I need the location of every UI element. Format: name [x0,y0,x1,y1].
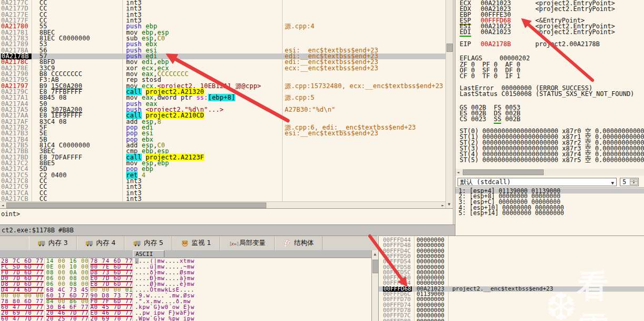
tab-局部变量[interactable]: [x=]局部变量 [220,236,275,250]
column-separator [132,258,133,321]
disasm-instruction: int3 [126,196,282,201]
disasm-instruction: pop ebp [126,166,282,172]
flags-line[interactable]: CF 0 TF 0 IF 1 [460,73,521,79]
disasm-row[interactable]: 0A21790B8 CCCCCCCCmov eax,CCCCCCCC [0,71,445,77]
scroll-left-icon[interactable]: ◄ [1,203,5,208]
status-bar: ct2.exe:$1178B #B8B [0,224,455,236]
disasm-row[interactable]: 0A2177FCCint3 [0,18,445,24]
disasm-row[interactable]: 0A217C9CCint3 [0,184,445,190]
disasm-row[interactable]: 0A2178055push ebp源.cpp:4 [0,24,445,29]
disasm-comment: 源.cpp:4 [285,24,442,29]
disasm-row[interactable]: 0A2177ECCint3 [0,12,445,18]
disasm-comment [285,143,442,148]
dump-bytes: 20 69 70 77 [90,316,133,321]
args-list[interactable]: 1: [esp+4] 01139000 011390002: [esp+8] 0… [455,187,644,219]
tab-label: 内存 4 [96,239,116,248]
disasm-row[interactable]: 0A2178381EC C0000000sub esp,C0 [0,36,445,41]
disasm-row[interactable]: 0A2178B57push ediedi:__enc$textbss$end+2… [0,54,445,59]
disasm-row[interactable]: 0A217B25Fpop edi源.cpp:6, edi:__enc$textb… [0,125,445,131]
tab-label: 结构体 [294,239,314,248]
st-register-row[interactable]: ST(5) 00000000000000000000 x87r5 空 0.000… [460,157,644,163]
dump-vscrollbar[interactable]: ▲ [371,250,379,321]
last-status-row[interactable]: LastStatus C0150008 (STATUS_SXS_KEY_NOT_… [460,91,634,97]
disasm-comment [285,155,442,160]
tab-内存-3[interactable]: 内存 3 [29,236,77,250]
disasm-instruction: int3 [126,190,282,196]
stack-row[interactable]: 00FFFD8000000000 [379,319,644,321]
column-separator [448,236,449,321]
disasm-row[interactable]: 0A2178C8BFDmov edi,ebpedi:__enc$textbss$… [0,59,445,65]
disasm-row[interactable]: 0A217C28BE5mov esp,ebp [0,160,445,166]
scroll-left-icon[interactable]: ◄ [456,170,460,175]
dump-header: ASCII [0,250,371,258]
calling-convention-value: 默认 (stdcall) [460,178,511,186]
stack-value: 00000000 [417,319,444,321]
spinner-down-icon[interactable]: ▼ [630,181,638,185]
disasm-comment [285,173,442,178]
disasm-comment [285,190,442,196]
disasm-row[interactable]: 0A217A18B45 08mov eax,dword ptr ss:[ebp+… [0,95,445,101]
stack-address: 00FFFD80 [383,319,411,321]
info-pane: oint> [0,208,453,224]
stack-panel[interactable]: 00FFFD440000000000FFFD480000000000FFFD4C… [378,236,644,321]
disasm-vscrollbar[interactable]: ▼ [445,0,453,208]
scroll-up-icon[interactable]: ▲ [373,252,377,257]
memory-icon [38,240,45,247]
disasm-bytes: C2 0400 [39,173,122,178]
column-separator [88,258,89,321]
stack-arg-row[interactable]: 5: [esp+14] 00000000 00000000 [455,210,644,216]
disasm-row[interactable]: 0A217AAE8 1EF9FFFFcall project2.A210CD [0,113,445,119]
disasm-row[interactable]: 0A217C5C2 0400ret 4 [0,173,445,178]
disasm-row[interactable]: 0A217C8CCint3 [0,178,445,184]
column-separator [32,0,32,201]
scroll-thumb[interactable] [463,169,544,175]
disasm-row[interactable]: 0A2177CCCint3 [0,0,445,6]
disasm-bytes: CC [39,196,122,201]
disasm-comment: A27B30:"%d\n" [285,107,442,113]
register-row-eip[interactable]: EIP00A2178Bproject2.00A2178B [460,41,600,47]
disasm-row[interactable]: 0A217B581C4 C0000000add esp,C0 [0,143,445,148]
disassembly-panel[interactable]: 0A2177CCCint30A2177DCCint30A2177ECCint30… [0,0,445,201]
registers-hscrollbar[interactable]: ◄ [455,169,644,176]
tab-内存-4[interactable]: 内存 4 [77,236,124,250]
disasm-comment [285,30,442,36]
scroll-right-icon[interactable]: ► [441,203,445,208]
disasm-hscrollbar[interactable]: ◄ ► [0,201,445,209]
register-row[interactable]: EDI00A21023<project2.EntryPoint> [460,29,615,35]
scroll-thumb[interactable] [446,44,453,52]
dump-panel[interactable]: ASCII 28 7C 6D 7714 00 16 0078 74 6D 77.… [0,250,371,321]
tab-结构体[interactable]: 结构体 [275,236,323,250]
disasm-comment [285,166,442,172]
disasm-row[interactable]: 0A217CACCint3 [0,190,445,196]
tab-监视-1[interactable]: 监视 1 [172,236,220,250]
info-pane-text: oint> [1,210,20,218]
column-separator [122,0,123,201]
disasm-row[interactable]: 0A2178A56push esiesi:__enc$textbss$end+2… [0,48,445,54]
chevron-down-icon[interactable]: ▼ [611,179,614,187]
scroll-down-icon[interactable]: ▼ [447,202,451,207]
disasm-instruction: int3 [126,0,282,6]
tab-内存-5[interactable]: 内存 5 [124,236,172,250]
calling-convention-select[interactable]: 默认 (stdcall) ▼ [458,178,617,186]
registers-panel[interactable]: ECX00A21023<project2.EntryPoint>EDX00A21… [455,0,644,236]
arg-count-spinner[interactable]: 5 ▲ ▼ [620,178,639,186]
disasm-comment [285,137,442,143]
disasm-comment [285,178,442,184]
segment-line[interactable]: CS 0023 SS 002B [460,116,521,122]
struct-icon [284,240,291,247]
disasm-row[interactable]: 0A217C45Dpop ebp [0,166,445,172]
disasm-row[interactable]: 0A217BDE8 7DFAFFFFcall project2.A2123F [0,155,445,160]
disasm-bytes: 56 [39,48,122,54]
disasm-comment [285,71,442,77]
memory-icon [133,240,141,247]
scroll-thumb[interactable] [6,202,266,208]
disasm-row[interactable]: 0A217B35Epop esiesi:__enc$textbss$end+23 [0,131,445,136]
disasm-instruction: int3 [126,6,282,12]
disasm-row[interactable]: 0A2177DCCint3 [0,6,445,12]
disasm-row[interactable]: 0A2178953push ebx [0,41,445,47]
disasm-comment: esi:__enc$textbss$end+23 [285,131,442,136]
disasm-bytes: 8B45 08 [39,95,122,101]
disasm-row[interactable]: 0A217CBCCint3 [0,196,445,201]
disasm-bytes: CC [39,178,122,184]
dump-row[interactable]: 60 47 7D 7720 25 70 7720 69 70 77.Wpw`G}… [0,316,371,321]
